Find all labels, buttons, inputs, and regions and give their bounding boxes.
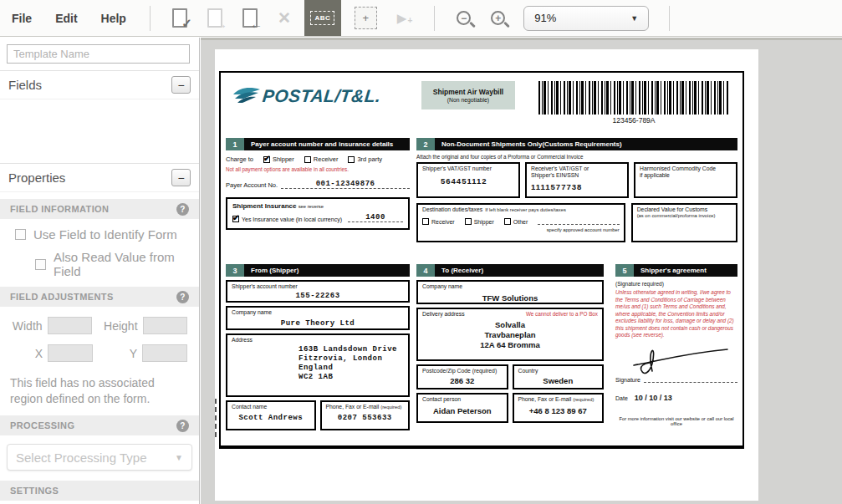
waybill-subtitle: (Non negotiable)	[447, 97, 489, 103]
ein-value: 1111577738	[531, 182, 623, 191]
zoom-level-select[interactable]: 91% ▼	[523, 6, 649, 31]
receiver-contact-value: Aidan Peterson	[422, 406, 503, 415]
date-value: 10 / 10 / 13	[635, 394, 672, 402]
zoom-in-icon: +	[491, 11, 505, 25]
waybill-title-box: Shipment Air Waybill (Non negotiable)	[421, 81, 515, 109]
template-name-input[interactable]	[7, 44, 190, 64]
document-import-icon: ←	[242, 8, 258, 28]
add-region-tool-button[interactable]: +	[355, 7, 377, 29]
properties-panel-header: Properties −	[0, 163, 199, 192]
section-2: 2 Non-Document Shipments Only (Customs R…	[416, 138, 737, 242]
shipper-company-value: Pure Theory Ltd	[232, 319, 404, 328]
use-field-identify-checkbox[interactable]	[15, 229, 26, 240]
zoom-out-icon: −	[457, 11, 471, 25]
insurance-value: 1400	[348, 213, 403, 222]
viewer-top-strip	[201, 38, 842, 40]
plus-icon: +	[363, 12, 370, 24]
waybill-footer-note: For more information visit our website o…	[615, 416, 737, 426]
no-region-message: This field has no associated region defi…	[10, 375, 189, 407]
section-1-header: 1 Payer account number and insurance det…	[226, 138, 410, 150]
vat-box: Shipper's VAT/GST number 564451112	[416, 162, 520, 198]
receiver-phone-box: Phone, Fax or E-mail (required) +46 8 12…	[513, 393, 605, 423]
zoom-in-button[interactable]: +	[491, 11, 505, 25]
import-template-button[interactable]: ←	[242, 8, 258, 28]
section-3-header: 3 From (Shipper)	[226, 264, 410, 277]
signature-scribble	[630, 339, 731, 376]
menu-file[interactable]: File	[0, 12, 43, 25]
checkbox-duties-shipper	[465, 218, 472, 225]
toolbar-separator	[669, 6, 670, 31]
text-field-tool-button[interactable]: ABC	[304, 0, 341, 36]
charge-to-row: Charge to ✔Shipper Receiver 3rd party	[226, 155, 410, 163]
fields-panel-header: Fields −	[0, 70, 199, 99]
barcode	[538, 81, 729, 115]
menu-help[interactable]: Help	[89, 12, 138, 25]
y-input[interactable]	[142, 344, 187, 362]
section-1: 1 Payer account number and insurance det…	[226, 138, 410, 230]
processing-type-select[interactable]: Select Processing Type ▼	[7, 444, 192, 471]
shipper-phone-box: Phone, Fax or E-mail (required) 0207 553…	[320, 400, 411, 430]
width-input[interactable]	[48, 317, 92, 334]
read-value-checkbox[interactable]	[35, 259, 46, 270]
section-3: 3 From (Shipper) Shipper's account numbe…	[226, 264, 410, 430]
shipper-account-box: Shipper's account number 155-22263	[226, 280, 410, 303]
terms-text: Unless otherwise agreed in writing, I/we…	[615, 289, 737, 339]
play-icon: ▶	[397, 11, 407, 26]
x-input[interactable]	[48, 344, 93, 362]
waybill-form: POSTAL/T&L. Shipment Air Waybill (Non ne…	[219, 71, 744, 449]
chevron-down-icon: ▼	[630, 14, 638, 23]
fields-panel-title: Fields	[8, 78, 42, 92]
app-window: File Edit Help ✓ → ← ✕ ABC + ▶ + −	[0, 0, 842, 504]
waybill-title: Shipment Air Waybill	[433, 88, 503, 96]
export-template-button[interactable]: →	[207, 8, 222, 28]
width-label: Width	[10, 319, 43, 333]
payer-account-value: 001-12349876	[281, 180, 410, 189]
toolbar-separator	[434, 6, 435, 31]
section-2-header: 2 Non-Document Shipments Only (Customs R…	[416, 138, 737, 150]
field-information-header: FIELD INFORMATION ?	[0, 199, 199, 219]
collapse-properties-button[interactable]: −	[171, 169, 191, 186]
run-test-button[interactable]: ▶ +	[397, 11, 412, 26]
use-field-identify-label: Use Field to Identify Form	[33, 227, 177, 242]
postal-logo: POSTAL/T&L.	[232, 86, 381, 106]
delete-button[interactable]: ✕	[278, 8, 291, 28]
zoom-out-button[interactable]: −	[457, 11, 471, 25]
checkbox-receiver	[304, 156, 311, 163]
document-page[interactable]: POSTAL/T&L. Shipment Air Waybill (Non ne…	[215, 49, 758, 501]
section-4-header: 4 To (Receiver)	[416, 264, 604, 277]
checkbox-duties-other	[504, 218, 511, 225]
shipper-phone-value: 0207 553633	[326, 414, 405, 422]
read-value-label: Also Read Value from Field	[54, 250, 199, 278]
wing-icon	[232, 86, 261, 106]
collapse-fields-button[interactable]: −	[171, 76, 191, 94]
sidebar: Fields − Properties − FIELD INFORMATION …	[0, 38, 200, 504]
duties-other-line	[538, 218, 619, 225]
receiver-contact-box: Contact person Aidan Peterson	[416, 393, 508, 423]
vat-value: 564451112	[441, 176, 514, 186]
checkbox-3rd-party	[348, 156, 355, 163]
shipper-address-value: 163B Landsdown Drive Fitzrovia, London E…	[299, 345, 404, 382]
height-input[interactable]	[143, 317, 187, 334]
section-5-header: 5 Shipper's agreement	[615, 264, 737, 277]
delivery-address-box: Delivery address We cannot deliver to a …	[416, 308, 604, 361]
checkbox-insurance-yes: ✔	[232, 216, 239, 222]
shipper-contact-value: Scott Andrews	[232, 414, 310, 422]
receiver-company-value: TFW Solutions	[422, 293, 598, 303]
y-label: Y	[105, 347, 137, 360]
close-icon: ✕	[278, 8, 291, 28]
help-icon[interactable]: ?	[176, 420, 189, 432]
document-check-icon: ✓	[172, 8, 187, 28]
field-adjustments-header: FIELD ADJUSTMENTS ?	[0, 287, 199, 307]
menu-edit[interactable]: Edit	[43, 12, 89, 25]
help-icon[interactable]: ?	[176, 291, 189, 303]
use-field-identify-row: Use Field to Identify Form	[15, 227, 199, 242]
checkbox-shipper: ✔	[263, 156, 270, 163]
attach-note: Attach the original and four copies of a…	[416, 154, 737, 160]
help-icon[interactable]: ?	[176, 203, 189, 216]
properties-panel-title: Properties	[8, 171, 65, 185]
signature-required-label: (Signature required)	[615, 281, 737, 287]
zoom-level-value: 91%	[534, 12, 630, 24]
validate-template-button[interactable]: ✓	[172, 8, 187, 28]
receiver-phone-value: +46 8 123 89 67	[518, 406, 599, 415]
plus-icon: +	[407, 16, 412, 25]
